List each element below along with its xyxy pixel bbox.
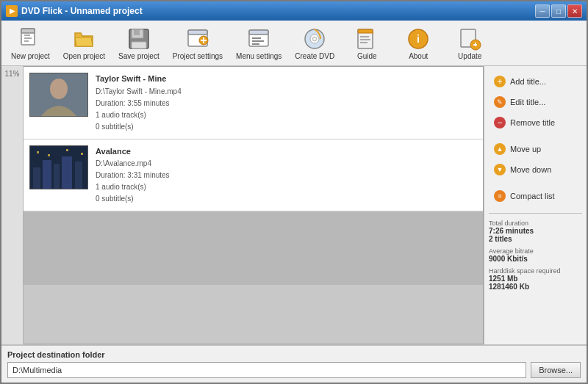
avg-bitrate-stat: Average bitrate 9000 Kbit/s <box>489 247 582 263</box>
table-row[interactable]: Taylor Swift - Mine D:\Taylor Swift - Mi… <box>24 67 483 140</box>
create-dvd-icon <box>303 27 326 51</box>
remove-title-icon: − <box>494 117 506 128</box>
app-icon: ▶ <box>6 5 18 17</box>
svg-rect-24 <box>360 39 370 40</box>
window-controls: ─ □ ✕ <box>535 4 582 18</box>
total-duration-stat: Total duration 7:26 minutes 2 titles <box>489 220 582 243</box>
guide-icon: i <box>355 27 379 51</box>
save-project-label: Save project <box>118 52 159 60</box>
open-project-icon <box>72 27 96 51</box>
right-sidebar: + Add title... ✎ Edit title... − Remove … <box>484 66 587 344</box>
compact-list-button[interactable]: ≡ Compact list <box>489 186 582 206</box>
guide-button[interactable]: i Guide <box>341 23 392 64</box>
guide-label: Guide <box>357 52 377 60</box>
open-project-button[interactable]: Open project <box>57 23 112 64</box>
svg-rect-43 <box>81 153 83 155</box>
move-down-icon: ▼ <box>494 164 506 175</box>
move-down-label: Move down <box>510 165 551 174</box>
project-settings-button[interactable]: Project settings <box>166 23 229 64</box>
svg-rect-42 <box>66 149 68 151</box>
move-up-label: Move up <box>510 145 541 153</box>
new-project-icon <box>18 27 42 51</box>
destination-row: Browse... <box>7 362 581 378</box>
add-title-button[interactable]: + Add title... <box>489 72 582 91</box>
destination-folder-label: Project destination folder <box>7 350 581 359</box>
title-1-subtitles: 0 subtitle(s) <box>96 121 477 133</box>
edit-title-label: Edit title... <box>510 98 545 106</box>
empty-list-area <box>24 211 483 285</box>
svg-rect-1 <box>21 29 35 33</box>
about-button[interactable]: i About <box>392 23 444 64</box>
create-dvd-label: Create DVD <box>295 52 334 60</box>
new-project-button[interactable]: New project <box>4 23 57 64</box>
svg-text:i: i <box>373 31 374 35</box>
svg-rect-35 <box>33 167 40 189</box>
title-2-info: Avalance D:\Avalance.mp4 Duration: 3:31 … <box>96 145 477 206</box>
project-settings-icon <box>186 27 209 51</box>
window-title: DVD Flick - Unnamed project <box>21 6 143 16</box>
bottom-bar: Project destination folder Browse... <box>1 344 587 383</box>
harddisk-mb: 1251 Mb <box>489 275 582 283</box>
main-content: 11% <box>1 66 587 344</box>
update-button[interactable]: Update <box>444 23 495 64</box>
svg-rect-22 <box>358 29 373 33</box>
titles-area: 11% <box>1 66 484 344</box>
title-1-info: Taylor Swift - Mine D:\Taylor Swift - Mi… <box>96 73 477 133</box>
title-2-path: D:\Avalance.mp4 <box>96 158 477 170</box>
destination-input[interactable] <box>7 362 526 378</box>
svg-rect-8 <box>132 42 146 48</box>
menu-settings-label: Menu settings <box>236 52 282 60</box>
left-panel: 11% <box>1 66 484 344</box>
close-button[interactable]: ✕ <box>567 4 582 18</box>
thumbnail-1 <box>29 73 88 117</box>
svg-rect-2 <box>24 35 30 36</box>
title-2-subtitles: 0 subtitle(s) <box>96 193 477 205</box>
menu-settings-button[interactable]: Menu settings <box>229 23 288 64</box>
menu-settings-icon <box>247 27 270 51</box>
about-icon: i <box>406 27 430 51</box>
titles-count-value: 2 titles <box>489 235 582 243</box>
title-1-duration: Duration: 3:55 minutes <box>96 98 477 109</box>
project-settings-label: Project settings <box>173 52 223 60</box>
svg-rect-16 <box>252 43 259 45</box>
avg-bitrate-value: 9000 Kbit/s <box>489 255 582 263</box>
title-2-audio: 1 audio track(s) <box>96 181 477 193</box>
table-row[interactable]: Avalance D:\Avalance.mp4 Duration: 3:31 … <box>24 140 483 212</box>
svg-rect-13 <box>249 30 268 35</box>
stats-panel: Total duration 7:26 minutes 2 titles Ave… <box>489 213 582 295</box>
new-project-label: New project <box>11 52 50 60</box>
svg-point-20 <box>314 38 316 40</box>
svg-rect-41 <box>48 154 50 156</box>
browse-button[interactable]: Browse... <box>531 362 581 378</box>
total-duration-label: Total duration <box>489 220 582 227</box>
svg-rect-10 <box>188 30 207 35</box>
maximize-button[interactable]: □ <box>551 4 566 18</box>
move-up-icon: ▲ <box>494 143 506 155</box>
remove-title-button[interactable]: − Remove title <box>489 113 582 132</box>
add-title-label: Add title... <box>510 77 546 86</box>
open-project-label: Open project <box>63 52 105 60</box>
svg-rect-25 <box>360 42 368 43</box>
svg-rect-4 <box>24 40 29 42</box>
compact-list-label: Compact list <box>510 192 555 200</box>
svg-rect-36 <box>43 160 51 189</box>
create-dvd-button[interactable]: Create DVD <box>288 23 341 64</box>
svg-rect-40 <box>37 151 39 153</box>
move-down-button[interactable]: ▼ Move down <box>489 160 582 179</box>
save-project-button[interactable]: Save project <box>112 23 166 64</box>
avg-bitrate-label: Average bitrate <box>489 247 582 255</box>
titles-list[interactable]: Taylor Swift - Mine D:\Taylor Swift - Mi… <box>24 66 484 344</box>
svg-rect-23 <box>360 36 369 37</box>
harddisk-label: Harddisk space required <box>489 267 582 275</box>
svg-text:i: i <box>417 33 420 45</box>
about-label: About <box>409 52 428 60</box>
edit-title-button[interactable]: ✎ Edit title... <box>489 93 582 112</box>
harddisk-kb: 1281460 Kb <box>489 283 582 291</box>
svg-rect-37 <box>54 164 60 189</box>
title-2-duration: Duration: 3:31 minutes <box>96 170 477 181</box>
move-up-button[interactable]: ▲ Move up <box>489 140 582 159</box>
svg-rect-33 <box>29 73 88 117</box>
minimize-button[interactable]: ─ <box>535 4 550 18</box>
title-1-audio: 1 audio track(s) <box>96 109 477 121</box>
svg-rect-15 <box>252 40 264 42</box>
